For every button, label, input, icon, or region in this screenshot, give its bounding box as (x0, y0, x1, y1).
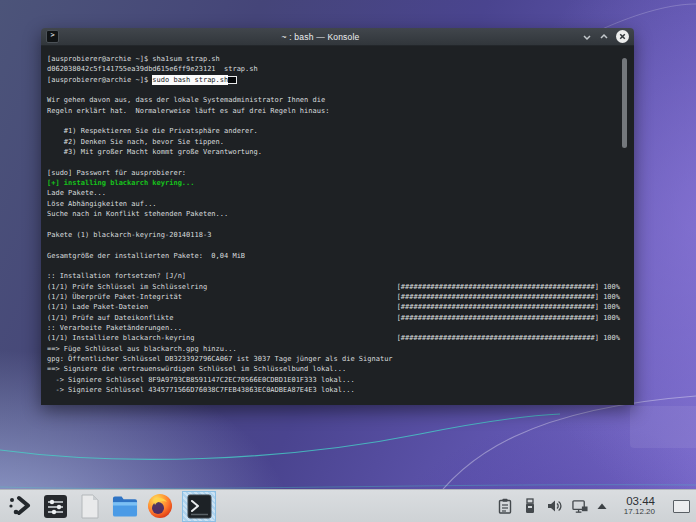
terminal-line: :: Installation fortsetzen? [J/n] (47, 271, 620, 281)
terminal-line: #3) Mit großer Macht kommt große Verantw… (47, 147, 620, 157)
firefox-icon (147, 493, 173, 519)
clipboard-button[interactable] (497, 498, 513, 514)
maximize-button[interactable] (599, 33, 609, 41)
expand-tray-icon (597, 503, 607, 510)
terminal-line (47, 85, 620, 95)
terminal-line: Suche nach in Konflikt stehenden Paketen… (47, 209, 620, 219)
terminal-line (47, 157, 620, 167)
terminal-line: ==> Füge Schlüssel aus blackarch.gpg hin… (47, 344, 620, 354)
show-desktop-button[interactable] (673, 500, 690, 513)
application-launcher-icon (8, 495, 32, 517)
terminal-line: #1) Respektieren Sie die Privatsphäre an… (47, 126, 620, 136)
terminal-line: [ausprobierer@archie ~]$ sha1sum strap.s… (47, 54, 620, 64)
device-notifier-icon (525, 498, 535, 514)
terminal-lines: [ausprobierer@archie ~]$ sha1sum strap.s… (47, 54, 620, 395)
terminal-line: Wir gehen davon aus, dass der lokale Sys… (47, 95, 620, 105)
clock-time: 03:44 (624, 496, 655, 508)
terminal-line: (1/1) Prüfe auf Dateikonflikte[#########… (47, 313, 620, 323)
clipboard-icon (498, 498, 512, 514)
terminal-line: -> Signiere Schlüssel 4345771566D76038C7… (47, 385, 620, 395)
terminal-line: (1/1) Installiere blackarch-keyring[####… (47, 333, 620, 343)
terminal-line: Pakete (1) blackarch-keyring-20140118-3 (47, 230, 620, 240)
terminal-line: Regeln erklärt hat. Normalerweise läuft … (47, 106, 620, 116)
konsole-icon (187, 494, 212, 519)
terminal-line: #2) Denken Sie nach, bevor Sie tippen. (47, 137, 620, 147)
taskbar-panel: 03:44 17.12.20 (0, 489, 696, 522)
network-button[interactable] (572, 498, 588, 514)
terminal-line: Gesamtgröße der installierten Pakete: 0,… (47, 251, 620, 261)
window-title: ~ : bash — Konsole (59, 32, 582, 42)
file-manager-button[interactable] (112, 493, 138, 519)
terminal-line: -> Signiere Schlüssel 8F9A9793CB8591147C… (47, 375, 620, 385)
digital-clock[interactable]: 03:44 17.12.20 (624, 496, 655, 517)
terminal-line: :: Verarbeite Paketänderungen... (47, 323, 620, 333)
system-settings-icon (43, 494, 68, 519)
window-titlebar[interactable]: > ~ : bash — Konsole (41, 28, 634, 46)
terminal-line (47, 261, 620, 271)
device-notifier-button[interactable] (522, 498, 538, 514)
file-manager-folder-icon (112, 495, 138, 518)
konsole-window: > ~ : bash — Konsole [ausprobierer@archi… (41, 28, 634, 405)
terminal-line: Lade Pakete... (47, 188, 620, 198)
terminal-line (47, 116, 620, 126)
close-button[interactable] (616, 30, 629, 43)
terminal-output[interactable]: [ausprobierer@archie ~]$ sha1sum strap.s… (41, 46, 634, 405)
terminal-scrollbar[interactable] (622, 58, 627, 148)
system-settings-button[interactable] (42, 493, 68, 519)
volume-icon (547, 499, 563, 513)
system-tray: 03:44 17.12.20 (497, 496, 690, 517)
terminal-line: [sudo] Passwort für ausprobierer: (47, 168, 620, 178)
network-icon (572, 499, 588, 514)
terminal-line: (1/1) Überprüfe Paket-Integrität[#######… (47, 292, 620, 302)
terminal-line: Löse Abhängigkeiten auf... (47, 199, 620, 209)
terminal-line: ==> Signiere die vertrauenswürdigen Schl… (47, 364, 620, 374)
desktop-wallpaper: > ~ : bash — Konsole [ausprobierer@archi… (0, 0, 696, 522)
terminal-line: (1/1) Prüfe Schlüssel im Schlüsselring[#… (47, 282, 620, 292)
minimize-button[interactable] (582, 33, 592, 41)
terminal-line: [ausprobierer@archie ~]$ sudo bash strap… (47, 75, 620, 85)
document-icon (80, 494, 100, 519)
terminal-line: gpg: Öffentlicher Schlüssel DB323392796C… (47, 354, 620, 364)
konsole-window-icon: > (46, 30, 59, 43)
terminal-line (47, 220, 620, 230)
application-launcher-button[interactable] (8, 494, 32, 518)
terminal-line: [+] installing blackarch keyring... (47, 178, 620, 188)
clock-date: 17.12.20 (624, 508, 655, 516)
konsole-task-button[interactable] (182, 491, 216, 522)
firefox-button[interactable] (147, 493, 173, 519)
terminal-line (47, 240, 620, 250)
document-button[interactable] (77, 493, 103, 519)
terminal-line: (1/1) Lade Paket-Dateien[###############… (47, 302, 620, 312)
expand-tray-button[interactable] (597, 498, 607, 514)
volume-button[interactable] (547, 498, 563, 514)
terminal-line: d062038042c5f141755ea39dbd615e6ff9e23121… (47, 64, 620, 74)
